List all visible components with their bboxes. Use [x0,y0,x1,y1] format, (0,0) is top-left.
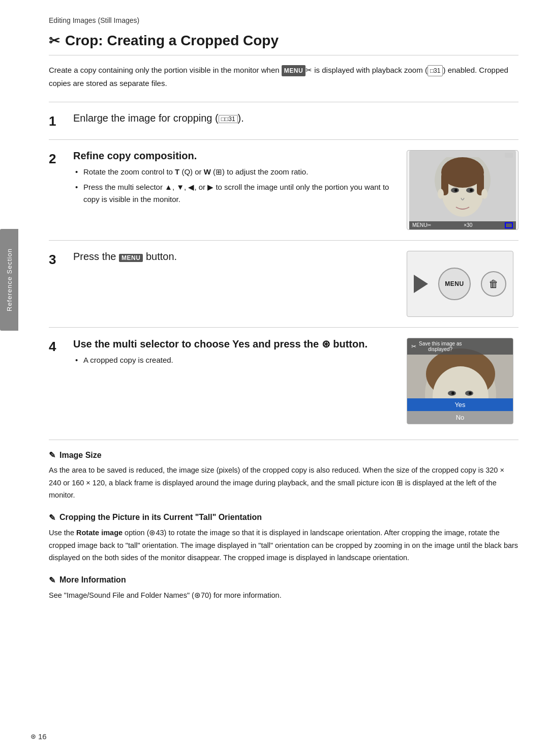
step-1-content: Enlarge the image for cropping (□□31). [73,112,518,129]
step-3-divider [49,240,518,241]
page-title-text: Crop: Creating a Cropped Copy [65,33,279,49]
dialog-yes-option[interactable]: Yes [407,398,513,411]
cam-face-svg [430,157,496,223]
note-1-title-text: Image Size [59,451,102,460]
svg-point-9 [438,189,444,199]
side-tab: Reference Section [0,229,18,331]
note-3-text: See "Image/Sound File and Folder Names" … [49,589,518,602]
note-image-size-title: ✎ Image Size [49,450,518,460]
step-2-camera-illustration: MENU✂ ×30 [407,150,518,230]
note-3-icon: ✎ [49,575,55,585]
note-2-icon: ✎ [49,513,55,522]
step-2-image: MENU✂ ×30 [407,150,518,230]
step-4-divider [49,327,518,328]
step-2-text: Refine copy composition. Rotate the zoom… [73,150,396,209]
page-ref-31: □31 [428,65,443,76]
menu-badge: MENU [282,65,306,76]
dialog-save-label: Save this image as [419,341,462,346]
footer-icon: ⊛ [30,733,36,740]
note-1-text: As the area to be saved is reduced, the … [49,464,518,502]
step-4-text: Use the multi selector to choose Yes and… [73,338,396,369]
svg-point-18 [469,392,472,395]
step-2-bullet-1: Rotate the zoom control to T (Q) or W (⊞… [73,166,396,178]
step-3-menu-badge: MENU [119,254,143,262]
step-4-image: ✂ Save this image as displayed? Yes No [407,338,518,424]
step-1-title: Enlarge the image for cropping (□□31). [73,112,518,124]
intro-paragraph: Create a copy containing only the portio… [49,64,518,90]
menu-button-illustration: MENU 🗑 [407,251,513,317]
dialog-save-text: Save this image as displayed? [419,341,462,352]
cam-overlay-bar: MENU✂ ×30 [409,221,516,229]
step-2-title: Refine copy composition. [73,150,396,162]
trash-button: 🗑 [481,271,506,297]
note-image-size: ✎ Image Size As the area to be saved is … [49,450,518,502]
note-3-title: ✎ More Information [49,575,518,585]
dialog-no-option[interactable]: No [407,411,513,424]
scissors-badge: ✂ [306,66,312,74]
step-3-title: Press the MENU button. [73,251,396,263]
cam-top-icon [505,153,513,158]
step-1-divider [49,102,518,102]
step-4-content: Use the multi selector to choose Yes and… [73,338,518,424]
page-title: ✂ Crop: Creating a Cropped Copy [49,33,518,55]
step-4: 4 Use the multi selector to choose Yes a… [49,338,518,424]
step-2-divider [49,139,518,140]
scissors-icon: ✂ [49,33,60,49]
notes-section: ✎ Image Size As the area to be saved is … [49,440,518,601]
note-2-text: Use the Rotate image option (⊛43) to rot… [49,527,518,564]
svg-point-8 [470,189,473,192]
note-2-title: ✎ Cropping the Picture in its Current "T… [49,513,518,522]
zoom-level: ×30 [464,222,472,228]
step-3-text: Press the MENU button. [73,251,396,267]
step-2: 2 Refine copy composition. Rotate the zo… [49,150,518,230]
svg-point-10 [481,189,487,199]
dialog-displayed-label: displayed? [428,346,452,352]
side-tab-label: Reference Section [6,248,13,311]
step-4-title: Use the multi selector to choose Yes and… [73,338,396,350]
step-1-ref: □□31 [219,115,238,123]
cam-screen: MENU✂ ×30 [409,151,516,229]
breadcrumb: Editing Images (Still Images) [49,16,518,24]
step-1: 1 Enlarge the image for cropping (□□31). [49,112,518,129]
note-more-info: ✎ More Information See "Image/Sound File… [49,575,518,602]
step-4-bullet-1: A cropped copy is created. [73,354,396,366]
step-2-content: Refine copy composition. Rotate the zoom… [73,150,518,230]
note-3-title-text: More Information [59,575,126,585]
note-tall-orientation: ✎ Cropping the Picture in its Current "T… [49,513,518,564]
step-3-image: MENU 🗑 [407,251,518,317]
step-2-bullet-2: Press the multi selector ▲, ▼, ◀, or ▶ t… [73,181,396,206]
svg-point-17 [451,392,454,395]
dialog-overlay-header: ✂ Save this image as displayed? [407,338,513,355]
note-1-icon: ✎ [49,450,55,460]
page-footer: ⊛ 16 [30,732,47,741]
svg-point-7 [454,189,458,192]
overlay-box [505,222,513,228]
step-3-content: Press the MENU button. MENU 🗑 [73,251,518,317]
arrow-right-icon [414,275,428,293]
note-2-title-text: Cropping the Picture in its Current "Tal… [59,513,262,522]
step-3-number: 3 [49,251,73,317]
step-4-bullets: A cropped copy is created. [73,354,396,366]
dialog-illustration: ✂ Save this image as displayed? Yes No [407,338,513,424]
dialog-scissors-icon: ✂ [411,343,416,350]
menu-circle: MENU [438,268,471,300]
footer-page-num: 16 [38,732,47,741]
step-4-number: 4 [49,338,73,424]
step-3: 3 Press the MENU button. MENU 🗑 [49,251,518,317]
menu-overlay-text: MENU✂ [412,222,431,228]
step-1-number: 1 [49,112,73,129]
dialog-menu-items: Yes No [407,398,513,424]
step-2-number: 2 [49,150,73,230]
step-2-bullets: Rotate the zoom control to T (Q) or W (⊞… [73,166,396,206]
page-container: Reference Section Editing Images (Still … [0,0,549,756]
main-content: Editing Images (Still Images) ✂ Crop: Cr… [18,0,549,756]
